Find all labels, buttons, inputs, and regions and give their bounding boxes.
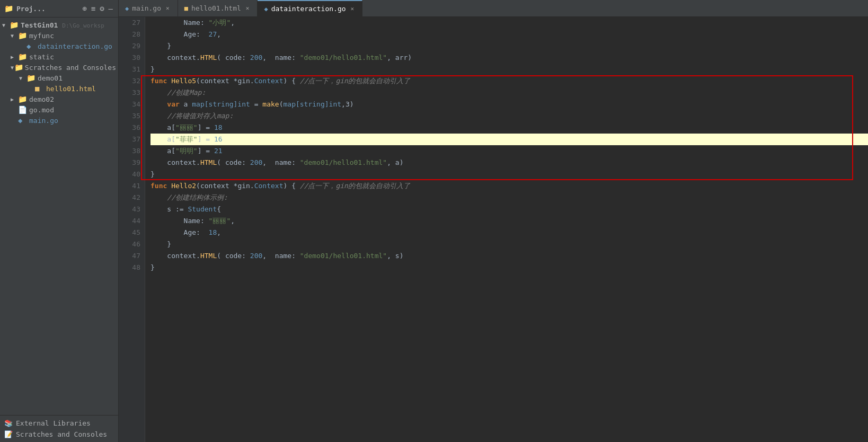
ext-lib-label: External Libraries: [16, 419, 91, 427]
code-token: "demo01/hello01.html": [300, 250, 387, 262]
code-token: , name:: [262, 250, 299, 262]
code-token: func: [150, 75, 167, 87]
code-token: 200: [250, 52, 262, 64]
folder-icon: 📁: [18, 95, 28, 103]
code-token: [150, 99, 167, 110]
code-token: ,: [231, 215, 235, 227]
code-line: //创建结构体示例:: [150, 192, 868, 204]
folder-icon: 📁: [18, 52, 28, 61]
code-line: Age: 18,: [150, 227, 868, 238]
tree-label: datainteraction.go: [38, 42, 112, 50]
tree-item-testgin01[interactable]: ▼ 📁 TestGin01 D:\Go_worksp: [0, 20, 118, 30]
code-line: Name: "小明",: [150, 17, 868, 29]
tab-go-icon2: ◆: [264, 5, 268, 13]
code-editor[interactable]: 2728293031323334353637383940414243444546…: [119, 17, 868, 442]
code-token: {: [217, 204, 221, 215]
arrow-icon: ▶: [11, 96, 18, 102]
tab-hello01html[interactable]: ■ hello01.html ✕: [178, 0, 258, 16]
scratches-label: Scratches and Consoles: [16, 430, 107, 438]
line-number: 28: [123, 29, 140, 40]
code-line: func Hello5(context *gin.Context) { //点一…: [150, 75, 868, 87]
line-number: 31: [123, 64, 140, 75]
settings-icon[interactable]: ⚙: [99, 3, 105, 14]
arrow-icon: ▼: [19, 75, 26, 81]
line-number: 38: [123, 145, 140, 157]
tree-item-maingo[interactable]: ◆ main.go: [0, 115, 118, 126]
tree-item-demo02[interactable]: ▶ 📁 demo02: [0, 94, 118, 104]
code-token: ( code:: [217, 52, 250, 64]
code-token: [167, 180, 171, 192]
code-token: ) {: [284, 180, 300, 192]
tree-label: go.mod: [29, 106, 54, 114]
minimize-icon[interactable]: —: [108, 3, 114, 14]
code-token: //将键值对存入map:: [150, 110, 233, 122]
ext-lib-icon: 📚: [4, 419, 13, 427]
tree-item-templates[interactable]: ▼ 📁 Scratches and Consoles: [0, 62, 118, 73]
code-token: Name:: [150, 17, 209, 29]
go-file-icon: ◆: [26, 42, 36, 50]
tab-datainteractiongo[interactable]: ◆ datainteraction.go ✕: [258, 0, 362, 16]
tree-label: hello01.html: [46, 85, 96, 93]
tab-close-maingo[interactable]: ✕: [164, 4, 171, 12]
tree-item-myfunc[interactable]: ▼ 📁 myfunc: [0, 30, 118, 41]
tree-item-datainteraction[interactable]: ◆ datainteraction.go: [0, 41, 118, 51]
tab-maingo[interactable]: ◆ main.go ✕: [119, 0, 178, 16]
code-token: }: [150, 238, 171, 250]
line-number: 29: [123, 40, 140, 52]
sync-icon[interactable]: ≡: [90, 3, 96, 14]
project-tree: ▼ 📁 TestGin01 D:\Go_worksp ▼ 📁 myfunc ◆ …: [0, 17, 118, 415]
code-token: s :=: [150, 204, 188, 215]
code-content[interactable]: Name: "小明", Age: 27, } context.HTML( cod…: [145, 17, 868, 442]
code-token: ,3): [341, 99, 353, 110]
tree-item-static[interactable]: ▶ 📁 static: [0, 51, 118, 62]
code-token: ) {: [284, 75, 300, 87]
code-token: make: [262, 99, 279, 110]
tab-label: hello01.html: [191, 4, 241, 12]
code-token: "明明": [175, 145, 198, 157]
code-token: , s): [387, 250, 403, 262]
scratches-consoles-item[interactable]: 📝 Scratches and Consoles: [0, 429, 118, 440]
line-number: 47: [123, 250, 140, 262]
code-line: a["丽丽"] = 18: [150, 122, 868, 134]
code-token: *gin.: [234, 75, 254, 87]
scratches-icon: 📝: [4, 430, 13, 438]
tab-go-icon: ◆: [125, 5, 129, 12]
line-number: 30: [123, 52, 140, 64]
code-token: }: [150, 64, 155, 75]
tree-item-demo01[interactable]: ▼ 📁 demo01: [0, 73, 118, 83]
folder-icon: 📁: [26, 74, 36, 82]
arrow-icon: ▼: [11, 65, 14, 70]
code-token: context.: [150, 157, 200, 169]
code-line: }: [150, 262, 868, 273]
code-token: ] =: [198, 134, 214, 145]
code-token: ,: [231, 17, 235, 29]
line-number: 34: [123, 99, 140, 110]
tree-item-hello01[interactable]: ■ hello01.html: [0, 83, 118, 94]
code-token: context.: [150, 52, 200, 64]
code-token: "demo01/hello01.html": [300, 52, 387, 64]
add-icon[interactable]: ⊕: [81, 3, 87, 14]
folder-icon: 📁: [14, 63, 23, 72]
tab-close-hello01[interactable]: ✕: [244, 4, 251, 12]
arrow-icon: ▶: [11, 54, 18, 60]
code-line: }: [150, 64, 868, 75]
arrow-icon: ▼: [11, 33, 18, 39]
tree-label: Scratches and Consoles: [25, 64, 116, 72]
tree-item-gomod[interactable]: 📄 go.mod: [0, 104, 118, 115]
code-token: 27: [209, 29, 217, 40]
sidebar-header-icons: ⊕ ≡ ⚙ —: [81, 3, 114, 14]
editor-area: ◆ main.go ✕ ■ hello01.html ✕ ◆ datainter…: [119, 0, 868, 442]
tab-close-datainteraction[interactable]: ✕: [349, 5, 356, 13]
tree-label: demo02: [29, 95, 54, 103]
line-number: 35: [123, 110, 140, 122]
external-libraries-item[interactable]: 📚 External Libraries: [0, 418, 118, 429]
sidebar-title: Proj...: [16, 5, 78, 13]
code-line: a["菲菲"] = 16: [150, 134, 868, 145]
code-token: var: [167, 99, 179, 110]
code-line: a["明明"] = 21: [150, 145, 868, 157]
project-icon: 📁: [4, 4, 13, 13]
code-line: func Hello2(context *gin.Context) { //点一…: [150, 180, 868, 192]
code-token: "丽丽": [175, 122, 198, 134]
line-numbers: 2728293031323334353637383940414243444546…: [119, 17, 145, 442]
tab-label: datainteraction.go: [271, 5, 346, 13]
